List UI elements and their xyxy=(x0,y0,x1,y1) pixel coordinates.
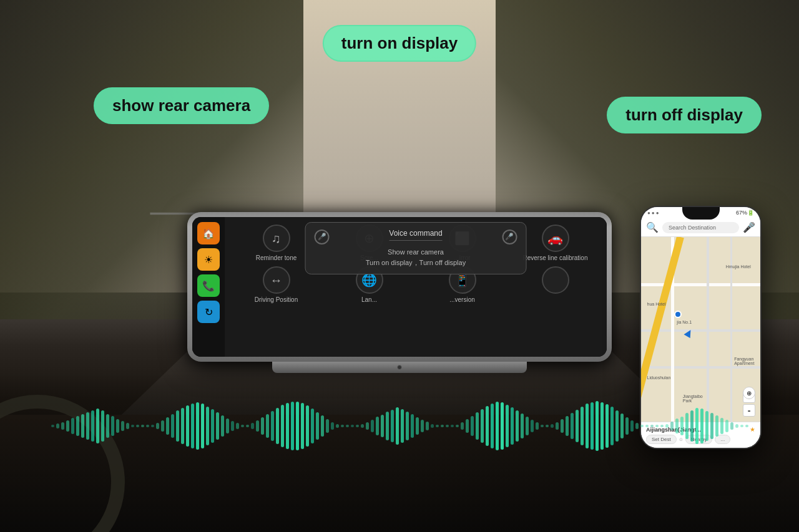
waveform-bar xyxy=(271,411,274,442)
waveform-bar xyxy=(551,424,554,428)
waveform-bar xyxy=(296,402,299,451)
waveform-bar xyxy=(316,412,319,440)
waveform-bar xyxy=(261,417,264,435)
map-road-h1 xyxy=(641,283,760,286)
waveform-bar xyxy=(281,405,284,447)
waveform-bar xyxy=(161,420,164,432)
waveform-bar xyxy=(546,425,549,427)
waveform-bar xyxy=(106,414,109,438)
waveform-bar xyxy=(341,425,344,427)
waveform-bar xyxy=(426,422,429,430)
display-outer: 🏠 ☀ 📞 ↻ ♫ Reminder tone ⊕ Scre... xyxy=(187,212,612,362)
waveform-bar xyxy=(91,410,94,442)
label-turn-on[interactable]: turn on display xyxy=(323,25,476,62)
waveform-bar xyxy=(581,407,584,446)
waveform-bar xyxy=(605,404,609,448)
map-label-lidu: Liduoshulan xyxy=(647,375,671,380)
waveform-bar xyxy=(700,409,703,443)
waveform-bar xyxy=(675,418,679,433)
waveform-bar xyxy=(541,425,544,428)
waveform-bar xyxy=(356,425,359,427)
reverse-icon: 🚗 xyxy=(542,225,569,252)
waveform-bar xyxy=(136,425,139,427)
waveform-bar xyxy=(121,421,124,430)
sidebar-home-btn[interactable]: 🏠 xyxy=(197,222,220,244)
waveform-bar xyxy=(730,422,733,430)
waveform-bar xyxy=(351,425,354,427)
waveform-bar xyxy=(720,418,723,435)
waveform-bar xyxy=(211,409,214,443)
waveform-bar xyxy=(511,407,514,445)
waveform-bar xyxy=(421,420,424,432)
waveform-bar xyxy=(516,410,519,442)
waveform-bar xyxy=(326,419,329,433)
waveform-bar xyxy=(251,423,254,429)
map-label-hua: hua Hotel xyxy=(647,302,666,306)
waveform-bar xyxy=(171,414,174,438)
car-display: 🏠 ☀ 📞 ↻ ♫ Reminder tone ⊕ Scre... xyxy=(187,212,612,393)
dialog-header-row: 🎤 Voice command 🎤 xyxy=(315,229,517,244)
waveform-bar xyxy=(191,404,194,448)
sidebar-icons: 🏠 ☀ 📞 ↻ xyxy=(192,217,225,357)
waveform-bar xyxy=(735,424,738,428)
waveform-bar xyxy=(456,425,459,427)
sidebar-refresh-btn[interactable]: ↻ xyxy=(197,301,220,323)
waveform-bar xyxy=(620,414,624,439)
waveform-bar xyxy=(246,425,249,427)
waveform-bar xyxy=(655,425,659,427)
waveform-bar xyxy=(346,425,349,427)
search-icon: 🔍 xyxy=(646,221,659,233)
voice-dialog-content: Show rear camera Turn on display，Turn of… xyxy=(315,247,517,268)
waveform-bar xyxy=(131,425,134,427)
waveform-bar xyxy=(301,403,304,448)
waveform-bar xyxy=(695,408,699,445)
waveform-bar xyxy=(625,417,629,435)
waveform-bar xyxy=(76,416,79,437)
waveform-bar xyxy=(396,407,399,445)
waveform-bar xyxy=(336,424,339,428)
sidebar-sun-btn[interactable]: ☀ xyxy=(197,248,220,271)
waveform-bar xyxy=(51,425,54,427)
waveform-bar xyxy=(86,412,89,440)
waveform-bar xyxy=(321,415,324,437)
label-turn-off[interactable]: turn off display xyxy=(607,97,762,133)
display-base xyxy=(272,362,527,373)
waveform-bar xyxy=(311,409,314,443)
driving-pos-icon: ↔ xyxy=(263,266,290,294)
reminder-tone-icon: ♫ xyxy=(263,225,290,252)
waveform-bar xyxy=(231,421,234,431)
waveform-bar xyxy=(221,415,224,437)
waveform-bar xyxy=(56,423,59,428)
waveform-bar xyxy=(451,425,454,427)
waveform-bar xyxy=(416,417,419,435)
waveform-bar xyxy=(216,412,219,440)
label-show-rear[interactable]: show rear camera xyxy=(94,87,269,124)
waveform-bar xyxy=(391,410,394,443)
waveform-bar xyxy=(501,402,504,450)
waveform-bar xyxy=(151,425,154,427)
waveform-bar xyxy=(715,415,718,437)
search-input[interactable]: Search Destination xyxy=(662,222,739,233)
waveform-bar xyxy=(286,403,289,449)
waveform-bar xyxy=(670,422,674,430)
waveform-bar xyxy=(366,422,369,430)
waveform-bar xyxy=(256,420,259,432)
map-label-hmujia: Hmujia Hotel xyxy=(726,264,751,269)
phone-search-bar[interactable]: 🔍 Search Destination 🎤 xyxy=(641,218,760,237)
empty-icon xyxy=(542,266,569,294)
waveform-bar xyxy=(610,407,614,445)
mic-input-icon[interactable]: 🎤 xyxy=(743,221,755,233)
waveform-bar xyxy=(111,416,114,435)
waveform-bar xyxy=(166,417,169,435)
waveform-bar xyxy=(96,409,99,443)
waveform-bar xyxy=(496,402,499,450)
waveform-bar xyxy=(276,408,279,444)
waveform-bar xyxy=(566,416,569,436)
waveform-bar xyxy=(266,414,269,438)
waveform-bar xyxy=(665,424,669,428)
waveform-bar xyxy=(705,411,708,441)
sidebar-phone-btn[interactable]: 📞 xyxy=(197,274,220,297)
voice-dialog-title: Voice command xyxy=(389,229,442,241)
waveform-bar xyxy=(521,414,524,439)
waveform-bar xyxy=(306,405,309,446)
